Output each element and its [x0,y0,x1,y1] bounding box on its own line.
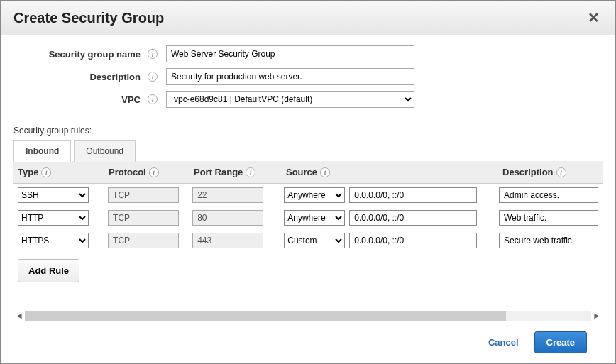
info-icon[interactable]: i [148,72,158,82]
table-row: HTTPS Custom [13,229,603,252]
table-row: HTTP Anywhere [13,206,603,229]
cancel-button[interactable]: Cancel [488,337,519,348]
rule-protocol-field [108,187,179,203]
label-vpc: VPC [13,94,145,105]
info-icon[interactable]: i [148,49,158,59]
row-security-group-name: Security group name i [13,45,603,62]
col-type-label: Type [18,167,38,177]
security-group-name-input[interactable] [166,45,414,62]
rule-description-input[interactable] [499,187,598,203]
scroll-left-icon[interactable]: ◄ [13,311,25,321]
vpc-select[interactable]: vpc-e68d9c81 | DefaultVPC (default) [166,91,414,108]
row-vpc: VPC i vpc-e68d9c81 | DefaultVPC (default… [13,91,603,108]
rule-protocol-field [108,210,179,226]
rule-source-input[interactable] [349,187,477,203]
label-security-group-name: Security group name [13,49,145,60]
dialog-title: Create Security Group [13,10,164,26]
rule-source-input[interactable] [349,233,477,248]
info-icon[interactable]: i [556,167,566,177]
scroll-thumb[interactable] [25,311,506,321]
col-port-label: Port Range [194,167,243,177]
info-icon[interactable]: i [246,167,255,177]
info-icon[interactable]: i [41,167,51,177]
description-input[interactable] [166,68,414,85]
divider [13,121,603,121]
rule-type-select[interactable]: HTTP [18,210,89,226]
create-button[interactable]: Create [534,331,587,353]
rules-tabs: Inbound Outbound [13,140,603,162]
scroll-right-icon[interactable]: ► [591,311,603,321]
row-description: Description i [13,68,603,85]
rule-protocol-field [108,233,179,248]
rule-type-select[interactable]: HTTPS [18,233,89,248]
scroll-track[interactable] [25,311,591,321]
col-protocol-label: Protocol [109,167,146,177]
dialog-footer: Cancel Create [13,321,603,363]
rule-port-field [192,233,263,248]
info-icon[interactable]: i [149,167,159,177]
dialog-header: Create Security Group ✕ [1,1,615,35]
rules-grid-body: SSH Anywhere HTTP Anywhere [13,184,603,252]
label-description: Description [13,72,145,82]
info-icon[interactable]: i [148,94,158,104]
create-security-group-dialog: Create Security Group ✕ Security group n… [0,0,616,364]
col-source-label: Source [286,167,317,177]
add-rule-button[interactable]: Add Rule [18,259,79,282]
rule-source-select[interactable]: Anywhere [284,187,345,203]
table-row: SSH Anywhere [13,184,603,206]
col-description-label: Description [502,167,554,177]
rule-description-input[interactable] [499,233,598,248]
tab-outbound[interactable]: Outbound [74,140,136,162]
rule-source-input[interactable] [349,210,477,226]
rules-section-label: Security group rules: [13,126,603,136]
info-icon[interactable]: i [320,167,330,177]
rule-source-select[interactable]: Anywhere [284,210,345,226]
rules-grid-header: Typei Protocoli Port Rangei Sourcei Desc… [13,161,603,184]
rule-source-select[interactable]: Custom [284,233,345,248]
tab-inbound[interactable]: Inbound [13,140,71,162]
dialog-body: Security group name i Description i VPC … [1,35,615,363]
rule-port-field [192,187,263,203]
rule-port-field [192,210,263,226]
close-icon[interactable]: ✕ [585,9,603,26]
horizontal-scrollbar[interactable]: ◄ ► [13,311,603,321]
rule-description-input[interactable] [499,210,598,226]
rule-type-select[interactable]: SSH [18,187,89,203]
